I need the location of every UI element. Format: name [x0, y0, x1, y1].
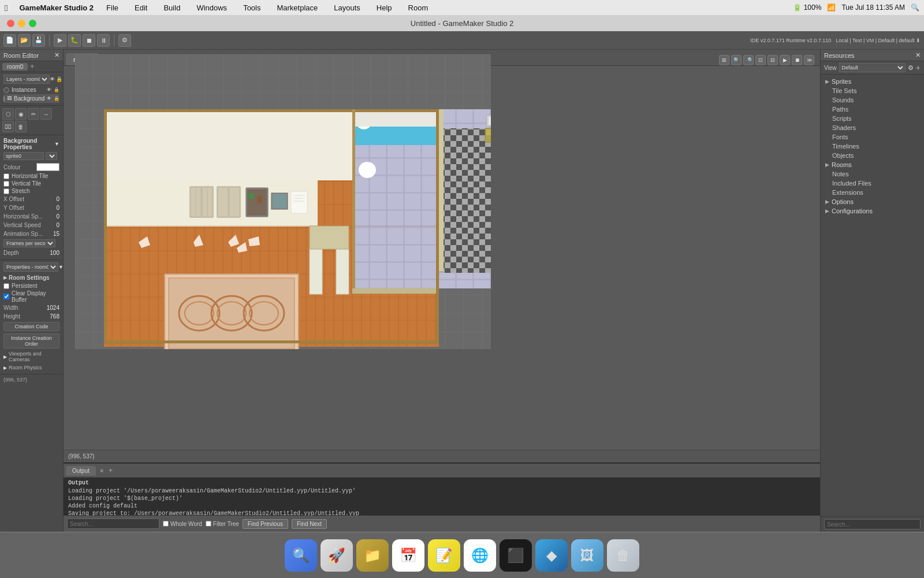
tool-move[interactable]: ⌧ [2, 121, 14, 132]
filter-tree-check[interactable] [206, 521, 211, 527]
layer-lock-icon[interactable]: 🔒 [56, 76, 62, 82]
clear-display-check[interactable] [3, 294, 9, 299]
layer-background-eye[interactable]: 👁 [47, 96, 51, 101]
layer-instances-lock[interactable]: 🔒 [54, 87, 59, 92]
menu-help[interactable]: Help [373, 2, 396, 13]
output-add[interactable]: + [109, 466, 113, 475]
canvas-fit[interactable]: ⊡ [755, 55, 766, 65]
bg-props-arrow[interactable]: ▼ [54, 141, 59, 147]
new-button[interactable]: 📄 [3, 34, 16, 47]
canvas-play[interactable]: ▶ [780, 55, 790, 65]
dock-preview[interactable]: 🖼 [571, 539, 603, 572]
viewports-arrow[interactable]: ▶ [3, 354, 7, 360]
whole-word-check[interactable] [163, 521, 169, 527]
save-button[interactable]: 💾 [32, 34, 45, 47]
close-button[interactable] [7, 20, 14, 27]
tree-paths[interactable]: Paths [821, 105, 924, 114]
properties-dropdown[interactable]: Properties - room0 [3, 262, 58, 272]
resources-close[interactable]: ✕ [915, 51, 921, 59]
tool-select[interactable]: ⬡ [2, 108, 14, 120]
layer-instances-eye[interactable]: 👁 [47, 87, 51, 92]
debug-button[interactable]: 🐛 [68, 34, 81, 47]
run-button[interactable]: ▶ [54, 34, 66, 47]
tree-sounds[interactable]: Sounds [821, 95, 924, 105]
colour-swatch[interactable] [36, 163, 59, 171]
tool-delete[interactable]: 🗑 [15, 121, 27, 132]
tree-extensions[interactable]: Extensions [821, 188, 924, 197]
pause-button[interactable]: ⏸ [97, 34, 110, 47]
apple-menu[interactable]:  [5, 3, 8, 13]
instance-order-button[interactable]: Instance Creation Order [3, 334, 59, 349]
layer-instances[interactable]: Instances 👁 🔒 [3, 86, 59, 94]
output-tab[interactable]: Output [66, 466, 96, 476]
tree-fonts[interactable]: Fonts [821, 132, 924, 142]
dock-chrome[interactable]: 🌐 [464, 539, 496, 572]
menu-room[interactable]: Room [405, 2, 432, 13]
room-canvas-wrapper[interactable] [75, 54, 491, 349]
menu-windows[interactable]: Windows [193, 2, 230, 13]
tool-erase[interactable]: ✏ [28, 108, 39, 120]
layer-background-lock[interactable]: 🔒 [54, 96, 59, 101]
room-editor-close[interactable]: ✕ [54, 51, 59, 59]
tree-included-files[interactable]: Included Files [821, 179, 924, 188]
canvas-zoom-out[interactable]: 🔎 [743, 55, 754, 65]
dock-terminal[interactable]: ⬛ [500, 539, 532, 572]
layer-background[interactable]: 🖼 Background 👁 🔒 [3, 94, 59, 103]
dock-finder[interactable]: 🔍 [285, 539, 317, 572]
resources-add[interactable]: + [916, 63, 921, 72]
tree-sprites[interactable]: ▶ Sprites [821, 77, 924, 86]
dock-gamemaker[interactable]: ◆ [535, 539, 568, 572]
stretch-check[interactable] [3, 188, 9, 194]
menu-marketplace[interactable]: Marketplace [273, 2, 321, 13]
sprite-dropdown[interactable] [46, 152, 57, 160]
properties-expand[interactable]: ▼ [58, 264, 64, 270]
menu-file[interactable]: File [103, 2, 122, 13]
horizontal-tile-check[interactable] [3, 173, 9, 179]
persistent-check[interactable] [3, 283, 9, 289]
fps-dropdown[interactable]: Frames per second [3, 239, 55, 247]
find-previous-button[interactable]: Find Previous [243, 519, 288, 529]
layers-dropdown[interactable]: Layers - room0 [3, 75, 50, 84]
tree-objects[interactable]: Objects [821, 151, 924, 160]
minimize-button[interactable] [18, 20, 25, 27]
menu-tools[interactable]: Tools [240, 2, 264, 13]
output-close[interactable]: ✕ [99, 468, 104, 474]
canvas-more[interactable]: ≫ [804, 55, 814, 65]
search-input[interactable] [67, 518, 159, 529]
menu-layouts[interactable]: Layouts [330, 2, 364, 13]
settings-button[interactable]: ⚙ [118, 34, 131, 47]
physics-label[interactable]: Room Physics [9, 365, 42, 370]
canvas-zoom-in[interactable]: 🔍 [731, 55, 742, 65]
find-next-button[interactable]: Find Next [292, 519, 327, 529]
menu-build[interactable]: Build [160, 2, 184, 13]
canvas-grid-btn[interactable]: ⊞ [719, 55, 729, 65]
tree-rooms[interactable]: ▶ Rooms [821, 160, 924, 169]
physics-arrow[interactable]: ▶ [3, 365, 7, 370]
viewports-label[interactable]: Viewports and Cameras [9, 351, 59, 362]
layer-eye-icon[interactable]: 👁 [50, 76, 55, 82]
menu-edit[interactable]: Edit [131, 2, 151, 13]
dock-trash[interactable]: 🗑 [607, 539, 639, 572]
dock-calendar[interactable]: 📅 [392, 539, 424, 572]
sprite-input[interactable] [3, 152, 44, 160]
vertical-tile-check[interactable] [3, 181, 9, 187]
tool-draw[interactable]: ◉ [15, 108, 27, 120]
resources-search-input[interactable] [824, 519, 921, 529]
canvas-snap[interactable]: ⊟ [767, 55, 778, 65]
tool-fill[interactable]: ↔ [40, 108, 52, 120]
stop-button[interactable]: ⏹ [83, 34, 95, 47]
resources-settings[interactable]: ⚙ [908, 64, 914, 72]
creation-code-button[interactable]: Creation Code [3, 322, 59, 331]
search-icon[interactable]: 🔍 [911, 3, 919, 12]
tree-timelines[interactable]: Timelines [821, 142, 924, 151]
open-button[interactable]: 📂 [18, 34, 31, 47]
dock-notes[interactable]: 📝 [428, 539, 460, 572]
room-settings-header[interactable]: ▶ Room Settings [3, 273, 59, 282]
maximize-button[interactable] [29, 20, 36, 27]
dock-launchpad[interactable]: 🚀 [321, 539, 353, 572]
tree-notes[interactable]: Notes [821, 169, 924, 179]
room-tab[interactable]: room0 [2, 63, 28, 71]
canvas-area[interactable]: room0 + ⊞ 🔍 🔎 ⊡ ⊟ ▶ ⏹ ≫ [64, 50, 820, 462]
tree-shaders[interactable]: Shaders [821, 123, 924, 132]
tree-tilesets[interactable]: Tile Sets [821, 86, 924, 95]
